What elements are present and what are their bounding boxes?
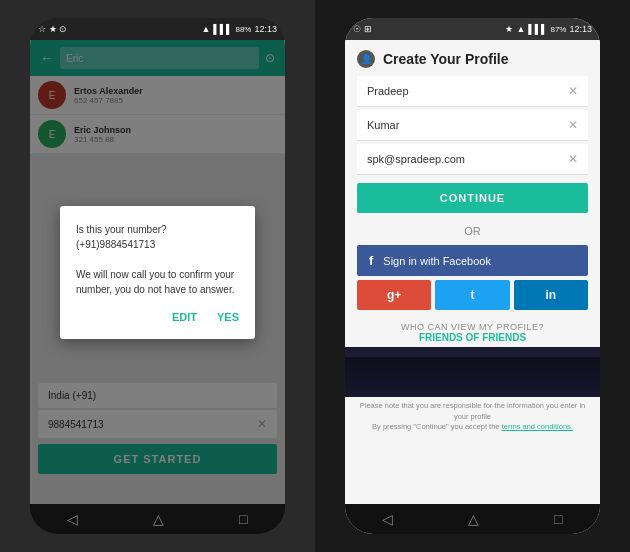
right-panel: ☉ ⊞ ★ ▲ ▌▌▌ 87% 12:13 👤 Create Your Prof… bbox=[315, 0, 630, 552]
dialog-overlay: Is this your number? (+91)9884541713 We … bbox=[30, 40, 285, 504]
email-value[interactable]: spk@spradeep.com bbox=[367, 153, 465, 165]
who-can-view-value: FRIENDS OF FRIENDS bbox=[357, 332, 588, 343]
dialog-message: Is this your number? (+91)9884541713 We … bbox=[76, 222, 239, 297]
wifi-icon: ▲ bbox=[201, 24, 210, 34]
silhouette bbox=[345, 357, 600, 397]
terms-link[interactable]: terms and conditions. bbox=[502, 422, 573, 431]
status-bar-right: ☉ ⊞ ★ ▲ ▌▌▌ 87% 12:13 bbox=[345, 18, 600, 40]
recent-nav-icon-right[interactable]: □ bbox=[554, 511, 562, 527]
dialog-subtext: We will now call you to confirm your num… bbox=[76, 269, 234, 295]
disclaimer-section: Please note that you are responsible for… bbox=[345, 397, 600, 435]
continue-button[interactable]: CONTINUE bbox=[357, 183, 588, 213]
person-icon: 👤 bbox=[361, 54, 372, 64]
google-plus-button[interactable]: g+ bbox=[357, 280, 431, 310]
email-field[interactable]: spk@spradeep.com ✕ bbox=[357, 144, 588, 175]
status-icons-right: ☉ ⊞ bbox=[353, 24, 372, 34]
profile-icon: 👤 bbox=[357, 50, 375, 68]
background-image-area bbox=[345, 347, 600, 397]
last-name-value[interactable]: Kumar bbox=[367, 119, 399, 131]
clear-email-icon[interactable]: ✕ bbox=[568, 152, 578, 166]
status-bar-left: ☆ ★ ⊙ ▲ ▌▌▌ 88% 12:13 bbox=[30, 18, 285, 40]
left-panel: ☆ ★ ⊙ ▲ ▌▌▌ 88% 12:13 ← Eric ⊙ E bbox=[0, 0, 315, 552]
battery-left: 88% bbox=[235, 25, 251, 34]
linkedin-button[interactable]: in bbox=[514, 280, 588, 310]
back-nav-icon-right[interactable]: ◁ bbox=[382, 511, 393, 527]
facebook-signin-button[interactable]: f Sign in with Facebook bbox=[357, 245, 588, 276]
status-icons-left: ☆ ★ ⊙ bbox=[38, 24, 67, 34]
page-title: Create Your Profile bbox=[383, 51, 509, 67]
phone-left: ☆ ★ ⊙ ▲ ▌▌▌ 88% 12:13 ← Eric ⊙ E bbox=[30, 18, 285, 534]
disclaimer-text: Please note that you are responsible for… bbox=[360, 401, 586, 421]
clear-lastname-icon[interactable]: ✕ bbox=[568, 118, 578, 132]
time-right: 12:13 bbox=[569, 24, 592, 34]
status-right-icons-r: ★ ▲ ▌▌▌ 87% 12:13 bbox=[505, 24, 592, 34]
who-can-view-section: WHO CAN VIEW MY PROFILE? FRIENDS OF FRIE… bbox=[345, 314, 600, 347]
confirm-dialog: Is this your number? (+91)9884541713 We … bbox=[60, 206, 255, 339]
create-profile-header: 👤 Create Your Profile bbox=[345, 40, 600, 76]
screen-left: ← Eric ⊙ E Ertos Alexander 652 457 7885 … bbox=[30, 40, 285, 504]
wifi-icon-right: ▲ bbox=[516, 24, 525, 34]
home-nav-icon-right[interactable]: △ bbox=[468, 511, 479, 527]
dialog-buttons: EDIT YES bbox=[76, 311, 239, 323]
status-right-icons: ▲ ▌▌▌ 88% 12:13 bbox=[201, 24, 277, 34]
who-can-view-label: WHO CAN VIEW MY PROFILE? bbox=[357, 322, 588, 332]
twitter-button[interactable]: t bbox=[435, 280, 509, 310]
nav-bar-left: ◁ △ □ bbox=[30, 504, 285, 534]
twitter-icon: t bbox=[470, 288, 474, 302]
battery-right: 87% bbox=[550, 25, 566, 34]
time-left: 12:13 bbox=[254, 24, 277, 34]
first-name-field[interactable]: Pradeep ✕ bbox=[357, 76, 588, 107]
home-nav-icon[interactable]: △ bbox=[153, 511, 164, 527]
signal-icon: ▌▌▌ bbox=[213, 24, 232, 34]
facebook-icon: f bbox=[369, 253, 373, 268]
clear-firstname-icon[interactable]: ✕ bbox=[568, 84, 578, 98]
back-nav-icon[interactable]: ◁ bbox=[67, 511, 78, 527]
terms-text: By pressing "Continue" you accept the bbox=[372, 422, 499, 431]
linkedin-icon: in bbox=[545, 288, 556, 302]
signal-icon-right: ▌▌▌ bbox=[528, 24, 547, 34]
recent-nav-icon[interactable]: □ bbox=[239, 511, 247, 527]
first-name-value[interactable]: Pradeep bbox=[367, 85, 409, 97]
star-icon-right: ★ bbox=[505, 24, 513, 34]
nav-bar-right: ◁ △ □ bbox=[345, 504, 600, 534]
dialog-text-content: Is this your number? (+91)9884541713 bbox=[76, 224, 167, 250]
yes-button[interactable]: YES bbox=[217, 311, 239, 323]
or-divider: OR bbox=[345, 221, 600, 241]
facebook-label: Sign in with Facebook bbox=[383, 255, 491, 267]
edit-button[interactable]: EDIT bbox=[172, 311, 197, 323]
google-plus-icon: g+ bbox=[387, 288, 401, 302]
screen-right: 👤 Create Your Profile Pradeep ✕ Kumar ✕ … bbox=[345, 40, 600, 504]
phone-right: ☉ ⊞ ★ ▲ ▌▌▌ 87% 12:13 👤 Create Your Prof… bbox=[345, 18, 600, 534]
last-name-field[interactable]: Kumar ✕ bbox=[357, 110, 588, 141]
social-buttons-row: g+ t in bbox=[357, 280, 588, 310]
